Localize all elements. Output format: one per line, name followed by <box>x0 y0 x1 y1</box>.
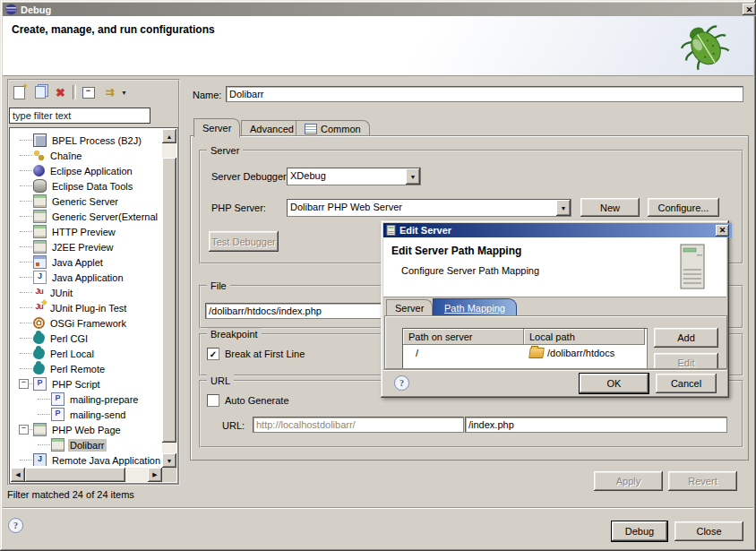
name-label: Name: <box>193 90 221 100</box>
tree-item-junit[interactable]: JUnit <box>11 285 160 300</box>
tree-item-dolibarr[interactable]: Dolibarr <box>11 437 160 452</box>
tree-connector <box>19 315 33 331</box>
collapse-all-icon[interactable]: − <box>80 84 97 100</box>
tree-connector <box>19 239 33 254</box>
filter-menu-chevron-icon[interactable]: ▼ <box>121 90 127 96</box>
column-header-local-path[interactable]: Local path <box>524 329 645 345</box>
target-icon <box>33 317 45 329</box>
edit-mapping-button[interactable]: Edit <box>654 353 718 369</box>
test-debugger-button[interactable]: Test Debugger <box>209 231 279 252</box>
server-icon <box>386 225 396 236</box>
dialog-subheading: Configure Server Path Mapping <box>401 265 539 276</box>
auto-url-input <box>253 417 464 433</box>
chevron-down-icon[interactable]: ▼ <box>556 200 571 216</box>
tree-item-perl-local[interactable]: Perl Local <box>11 346 160 361</box>
tree-horizontal-scrollbar[interactable]: ◀ ▶ <box>11 468 162 482</box>
tree-item-j2ee-preview[interactable]: J2EE Preview <box>11 239 160 254</box>
filter-input[interactable] <box>9 108 150 124</box>
filter-status: Filter matched 24 of 24 items <box>7 489 134 500</box>
tree-item-http-preview[interactable]: HTTP Preview <box>11 224 160 239</box>
table-row[interactable]: //dolibarr/htdocs <box>403 345 647 361</box>
add-mapping-button[interactable]: Add <box>654 328 718 348</box>
chevron-down-icon[interactable]: ▼ <box>406 168 420 185</box>
dialog-close-icon[interactable]: ✕ <box>716 225 729 237</box>
tree-item-perl-cgi[interactable]: Perl CGI <box>11 331 160 346</box>
tree-item-generic-server[interactable]: Generic Server <box>11 194 160 209</box>
local-path-cell: /dolibarr/htdocs <box>524 348 645 358</box>
break-first-line-checkbox[interactable]: ✓ <box>207 348 219 360</box>
close-icon[interactable]: ✕ <box>743 4 756 15</box>
sphere-icon <box>33 165 45 176</box>
tree-item-generic-server-external-la[interactable]: Generic Server(External La <box>11 209 160 224</box>
dialog-tab-path-mapping[interactable]: Path Mapping <box>433 298 517 316</box>
tree-vertical-scrollbar[interactable]: ▲ ▼ <box>162 129 176 468</box>
tree-connector <box>19 163 33 178</box>
tree-item-junit-plug-in-test[interactable]: JUnit Plug-in Test <box>11 300 160 315</box>
tree-item-label: J2EE Preview <box>50 241 115 254</box>
tree-item-label: Generic Server(External La <box>50 211 160 223</box>
revert-button[interactable]: Revert <box>668 471 737 491</box>
bug-icon <box>674 16 736 73</box>
tree-item-label: Java Applet <box>50 256 105 269</box>
server-tower-image <box>679 244 708 290</box>
tree-connector <box>19 209 33 224</box>
tree-item-mailing-send[interactable]: mailing-send <box>11 407 160 422</box>
tree-item-perl-remote[interactable]: Perl Remote <box>11 361 160 376</box>
scroll-up-icon[interactable]: ▲ <box>162 129 176 143</box>
tree-item-eclipse-data-tools[interactable]: Eclipse Data Tools <box>11 178 160 194</box>
dialog-help-icon[interactable]: ? <box>394 375 409 391</box>
tab-server-label: Server <box>202 123 231 133</box>
server-debugger-combo[interactable]: XDebug ▼ <box>287 168 421 185</box>
horizontal-scroll-thumb[interactable] <box>25 468 125 482</box>
tree-item-osgi-framework[interactable]: OSGi Framework <box>11 315 160 331</box>
tree-item-cha-ne[interactable]: Chaîne <box>11 148 160 163</box>
new-configuration-icon[interactable] <box>11 84 28 100</box>
scroll-down-icon[interactable]: ▼ <box>162 453 176 468</box>
tree-item-label: JUnit Plug-in Test <box>48 302 128 314</box>
tree-item-bpel-process-b2j[interactable]: BPEL Process (B2J) <box>11 133 160 148</box>
tree-item-php-web-page[interactable]: −PHP Web Page <box>11 422 160 437</box>
apply-button[interactable]: Apply <box>594 471 663 491</box>
tree-item-eclipse-application[interactable]: Eclipse Application <box>11 163 160 178</box>
debug-configurations-window: { "colors": { "window_bg": "#d4d0c8", "d… <box>0 0 756 551</box>
tree-connector: − <box>19 422 33 437</box>
tree-item-java-application[interactable]: Java Application <box>11 270 160 285</box>
delete-configuration-icon[interactable]: ✖ <box>52 84 69 100</box>
tree-item-mailing-prepare[interactable]: mailing-prepare <box>11 392 160 407</box>
folder-icon <box>528 348 545 358</box>
scroll-left-icon[interactable]: ◀ <box>11 468 25 482</box>
tree-item-php-script[interactable]: −PHP Script <box>11 376 160 392</box>
tree-item-label: PHP Script <box>50 378 102 391</box>
tree-item-label: mailing-prepare <box>68 393 140 406</box>
applet-icon <box>33 255 47 269</box>
url-path-input[interactable] <box>465 417 727 433</box>
breakpoint-group-title: Breakpoint <box>207 328 262 340</box>
remote-java-icon <box>33 453 47 466</box>
scroll-right-icon[interactable]: ▶ <box>148 468 162 482</box>
help-icon[interactable]: ? <box>8 518 23 533</box>
filter-configurations-icon[interactable]: ⇉ <box>100 84 117 100</box>
new-server-button[interactable]: New <box>580 198 640 217</box>
php-server-combo[interactable]: Dolibarr PHP Web Server ▼ <box>287 199 571 217</box>
tree-collapse-icon[interactable]: − <box>19 379 29 389</box>
duplicate-configuration-icon[interactable] <box>31 84 48 100</box>
cancel-button[interactable]: Cancel <box>656 374 717 393</box>
auto-generate-label: Auto Generate <box>225 395 289 406</box>
auto-generate-checkbox[interactable] <box>207 394 219 407</box>
dialog-title: Edit Server <box>399 225 451 236</box>
debug-button[interactable]: Debug <box>612 521 667 541</box>
toolbar-separator <box>73 85 76 99</box>
close-button[interactable]: Close <box>674 521 743 541</box>
name-input[interactable] <box>226 86 743 102</box>
tree-item-java-applet[interactable]: Java Applet <box>11 254 160 270</box>
table-icon <box>305 124 317 134</box>
tree-item-remote-java-application[interactable]: Remote Java Application <box>11 452 160 466</box>
configure-server-button[interactable]: Configure... <box>648 198 719 217</box>
header-banner: Create, manage, and run configurations <box>3 16 753 76</box>
dialog-tab-server[interactable]: Server <box>386 299 433 316</box>
tree-collapse-icon[interactable]: − <box>19 425 29 435</box>
vertical-scroll-thumb[interactable] <box>162 158 176 443</box>
tab-server[interactable]: Server <box>193 118 240 137</box>
ok-button[interactable]: OK <box>580 374 649 393</box>
column-header-path-on-server[interactable]: Path on server <box>403 329 524 345</box>
